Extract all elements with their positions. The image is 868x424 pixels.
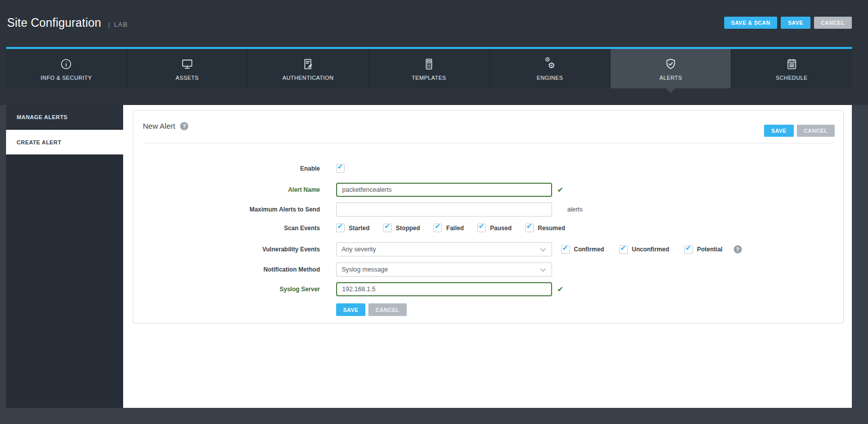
scan-event-paused: ✔ Paused — [477, 224, 512, 232]
form-buttons-row: SAVE CANCEL — [133, 303, 843, 316]
header-actions: SAVE & SCAN SAVE CANCEL — [724, 17, 852, 29]
card-header-actions: SAVE CANCEL — [764, 125, 835, 137]
tab-label: ALERTS — [660, 75, 682, 81]
document-edit-icon — [301, 57, 314, 71]
tab-label: ASSETS — [176, 75, 199, 81]
notification-method-label: Notification Method — [133, 266, 336, 273]
sidebar-item-label: CREATE ALERT — [17, 139, 62, 145]
tab-templates[interactable]: TEMPLATES — [369, 49, 490, 88]
site-configuration-page: Site Configuration | LAB SAVE & SCAN SAV… — [0, 0, 868, 424]
paused-label: Paused — [490, 225, 512, 232]
tab-info-security[interactable]: INFO & SECURITY — [6, 49, 127, 88]
chevron-down-icon — [540, 246, 546, 251]
check-icon: ✔ — [620, 244, 626, 252]
header: Site Configuration | LAB SAVE & SCAN SAV… — [0, 0, 868, 105]
page-title: Site Configuration — [7, 16, 101, 30]
syslog-server-input[interactable] — [336, 282, 552, 296]
card-header: New Alert ? SAVE CANCEL — [133, 111, 843, 143]
max-alerts-input[interactable] — [336, 202, 552, 217]
header-cancel-button[interactable]: CANCEL — [814, 17, 852, 29]
resumed-label: Resumed — [538, 225, 565, 232]
card-divider — [143, 143, 834, 143]
confirmed-checkbox[interactable]: ✔ — [561, 245, 570, 254]
confirmed-label: Confirmed — [574, 246, 604, 253]
alert-cancel-button[interactable]: CANCEL — [797, 125, 835, 137]
stopped-checkbox[interactable]: ✔ — [383, 224, 392, 232]
main-content: New Alert ? SAVE CANCEL Enable ✔ Alert N… — [123, 105, 852, 408]
potential-checkbox[interactable]: ✔ — [684, 245, 693, 254]
header-save-button[interactable]: SAVE — [781, 17, 810, 29]
vuln-confirmed: ✔ Confirmed — [561, 245, 604, 254]
alert-name-label: Alert Name — [133, 186, 336, 193]
max-alerts-row: Maximum Alerts to Send alerts — [133, 202, 843, 217]
syslog-server-label: Syslog Server — [133, 286, 336, 293]
tab-alerts[interactable]: ALERTS — [611, 49, 732, 88]
syslog-server-row: Syslog Server ✔ — [133, 282, 843, 296]
failed-label: Failed — [446, 225, 464, 232]
scan-events-row: Scan Events ✔ Started ✔ Stopped ✔ Failed… — [133, 224, 843, 232]
scan-event-resumed: ✔ Resumed — [525, 224, 565, 232]
info-icon — [60, 57, 73, 71]
unconfirmed-label: Unconfirmed — [632, 246, 669, 253]
card-title: New Alert — [143, 122, 175, 130]
stopped-label: Stopped — [396, 225, 420, 232]
alerts-sidebar: MANAGE ALERTS CREATE ALERT — [6, 105, 123, 408]
tab-label: AUTHENTICATION — [283, 75, 334, 81]
scan-events-label: Scan Events — [133, 225, 336, 232]
tab-assets[interactable]: ASSETS — [127, 49, 248, 88]
check-icon: ✔ — [562, 244, 568, 252]
tab-authentication[interactable]: AUTHENTICATION — [248, 49, 369, 88]
paused-checkbox[interactable]: ✔ — [477, 224, 486, 232]
sidebar-item-manage-alerts[interactable]: MANAGE ALERTS — [6, 105, 123, 130]
max-alerts-label: Maximum Alerts to Send — [133, 206, 336, 213]
vuln-unconfirmed: ✔ Unconfirmed — [619, 245, 669, 254]
new-alert-card: New Alert ? SAVE CANCEL Enable ✔ Alert N… — [133, 110, 844, 324]
template-icon — [422, 57, 436, 71]
max-alerts-unit: alerts — [567, 206, 583, 213]
title-separator: | — [108, 21, 110, 28]
vuln-potential: ✔ Potential — [684, 245, 723, 254]
chevron-down-icon — [540, 266, 546, 272]
alert-name-input[interactable] — [336, 183, 552, 197]
check-icon: ✔ — [337, 163, 343, 171]
enable-label: Enable — [133, 165, 336, 172]
enable-checkbox[interactable]: ✔ — [336, 164, 345, 173]
failed-checkbox[interactable]: ✔ — [433, 224, 442, 232]
calendar-icon — [785, 57, 798, 71]
notification-method-row: Notification Method Syslog message — [133, 262, 843, 277]
notification-method-value: Syslog message — [342, 266, 388, 273]
save-and-scan-button[interactable]: SAVE & SCAN — [724, 17, 778, 29]
scan-event-failed: ✔ Failed — [433, 224, 464, 232]
tab-engines[interactable]: ⚙⚙ ENGINES — [490, 49, 611, 88]
check-icon: ✔ — [478, 222, 484, 230]
scan-event-stopped: ✔ Stopped — [383, 224, 420, 232]
tab-label: INFO & SECURITY — [41, 75, 92, 81]
notification-method-select[interactable]: Syslog message — [336, 262, 552, 277]
page-title-group: Site Configuration | LAB — [7, 16, 128, 30]
severity-select-value: Any severity — [342, 246, 376, 253]
tab-label: ENGINES — [536, 75, 563, 81]
gears-icon: ⚙⚙ — [544, 57, 557, 71]
vulnerability-events-label: Vulnerability Events — [133, 246, 336, 253]
tab-schedule[interactable]: SCHEDULE — [731, 49, 852, 88]
severity-select[interactable]: Any severity — [336, 242, 552, 256]
tab-label: SCHEDULE — [776, 75, 807, 81]
help-icon[interactable]: ? — [180, 122, 188, 130]
potential-label: Potential — [697, 246, 723, 253]
form-save-button[interactable]: SAVE — [336, 303, 365, 316]
scan-event-started: ✔ Started — [336, 224, 369, 232]
check-icon: ✔ — [685, 244, 691, 252]
sidebar-item-create-alert[interactable]: CREATE ALERT — [6, 130, 123, 154]
tab-label: TEMPLATES — [412, 75, 446, 81]
started-label: Started — [349, 225, 369, 232]
check-icon: ✔ — [337, 222, 343, 230]
alert-name-row: Alert Name ✔ — [133, 183, 843, 197]
active-tab-notch — [666, 88, 675, 93]
resumed-checkbox[interactable]: ✔ — [525, 224, 534, 232]
unconfirmed-checkbox[interactable]: ✔ — [619, 245, 628, 254]
vulnerability-help-icon[interactable]: ? — [734, 245, 742, 253]
enable-row: Enable ✔ — [133, 164, 843, 173]
alert-save-button[interactable]: SAVE — [764, 125, 793, 137]
started-checkbox[interactable]: ✔ — [336, 224, 345, 232]
form-cancel-button[interactable]: CANCEL — [368, 303, 406, 316]
